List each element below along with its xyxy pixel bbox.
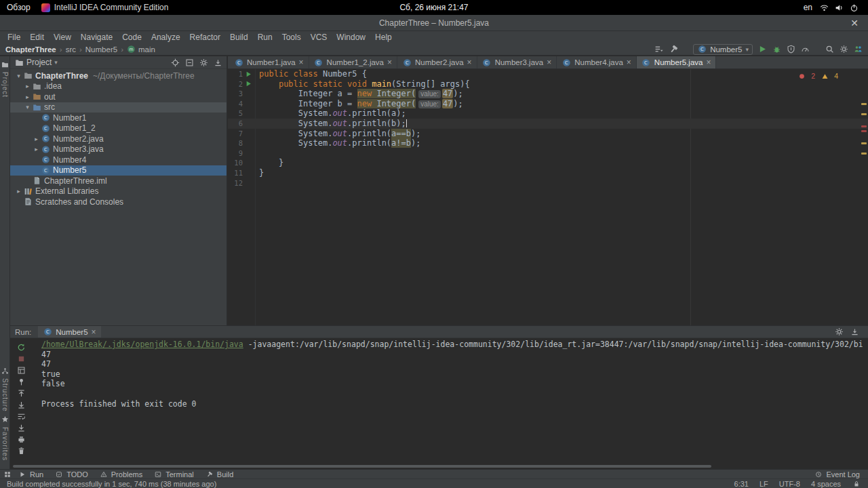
expand-arrow-icon[interactable]: ▸ xyxy=(23,94,32,100)
run-line-icon[interactable] xyxy=(243,81,254,87)
caret-position[interactable]: 6:31 xyxy=(734,480,749,488)
collapse-arrow-icon[interactable]: ▾ xyxy=(23,104,32,110)
status-message[interactable]: Build completed successfully in 1 sec, 7… xyxy=(7,480,216,488)
focused-app-menu[interactable]: IntelliJ IDEA Community Edition xyxy=(41,3,169,12)
settings-icon[interactable] xyxy=(839,45,848,54)
tree-item-src[interactable]: ▾src xyxy=(10,102,226,113)
code-line-3[interactable]: 3 Integer a = new Integer(value:47); xyxy=(228,89,868,99)
tree-item-chapterthree[interactable]: ▾ChapterThree~/Документы/ChapterThree xyxy=(10,70,226,81)
vcs-widget-icon[interactable] xyxy=(654,45,663,54)
code-line-5[interactable]: 5 System.out.println(a); xyxy=(228,108,868,119)
editor-tab-number1-java[interactable]: CNumber1.java× xyxy=(229,56,309,68)
profiler-icon[interactable] xyxy=(800,45,810,54)
settings-icon[interactable] xyxy=(834,327,844,337)
breadcrumb-chapterthree[interactable]: ChapterThree xyxy=(5,45,56,54)
error-stripe-mark[interactable] xyxy=(861,130,867,132)
project-panel-title[interactable]: Project xyxy=(26,58,52,67)
code-editor[interactable]: 1public class Number5 {2 public static v… xyxy=(228,69,868,325)
tree-item-idea[interactable]: ▸.idea xyxy=(10,81,226,92)
lock-icon[interactable] xyxy=(852,479,861,488)
clear-icon[interactable] xyxy=(16,446,26,455)
indent-indicator[interactable]: 4 spaces xyxy=(811,480,841,488)
coverage-icon[interactable] xyxy=(786,45,795,54)
code-line-11[interactable]: 11} xyxy=(228,168,868,178)
window-close-icon[interactable]: ✕ xyxy=(846,15,863,31)
expand-arrow-icon[interactable]: ▸ xyxy=(32,146,41,152)
tree-item-number2-java[interactable]: ▸CNumber2.java xyxy=(10,134,226,144)
tool-strip-label-structure[interactable]: Structure xyxy=(1,378,9,412)
tree-item-number5[interactable]: CNumber5 xyxy=(10,165,226,176)
menu-item-file[interactable]: File xyxy=(3,31,25,43)
volume-icon[interactable] xyxy=(834,3,844,12)
expand-arrow-icon[interactable]: ▸ xyxy=(32,136,41,142)
menu-item-navigate[interactable]: Navigate xyxy=(76,31,117,43)
down-stack-icon[interactable] xyxy=(16,400,26,409)
restore-layout-icon[interactable] xyxy=(16,365,26,375)
tree-item-scratches-and-consoles[interactable]: Scratches and Consoles xyxy=(10,197,226,207)
code-line-8[interactable]: 8 System.out.println(a!=b); xyxy=(228,138,868,148)
warning-stripe-mark[interactable] xyxy=(861,113,867,115)
tool-strip-label-favorites[interactable]: Favorites xyxy=(1,427,9,461)
editor-tab-number3-java[interactable]: CNumber3.java× xyxy=(477,56,557,68)
menu-item-window[interactable]: Window xyxy=(332,31,370,43)
collapse-arrow-icon[interactable]: ▾ xyxy=(14,73,23,79)
collapse-all-icon[interactable] xyxy=(184,58,194,67)
menu-item-edit[interactable]: Edit xyxy=(25,31,49,43)
stop-icon[interactable] xyxy=(16,354,26,363)
menu-item-help[interactable]: Help xyxy=(370,31,397,43)
encoding-indicator[interactable]: UTF-8 xyxy=(779,480,800,488)
tool-window-tab-run[interactable]: Run xyxy=(12,470,49,479)
tree-item-number1-2[interactable]: CNumber1_2 xyxy=(10,123,226,134)
tool-window-tab-terminal[interactable]: Terminal xyxy=(148,470,199,479)
clock[interactable]: Сб, 26 июня 21:47 xyxy=(399,3,468,12)
print-icon[interactable] xyxy=(16,434,26,444)
close-tab-icon[interactable]: × xyxy=(92,327,96,337)
tool-windows-grid-icon[interactable] xyxy=(3,470,12,479)
close-tab-icon[interactable]: × xyxy=(299,58,304,67)
close-tab-icon[interactable]: × xyxy=(387,58,392,67)
keyboard-layout-indicator[interactable]: en xyxy=(804,3,812,12)
line-ending-indicator[interactable]: LF xyxy=(760,480,768,488)
run-line-icon[interactable] xyxy=(243,71,254,77)
tool-window-tab-problems[interactable]: Problems xyxy=(94,470,148,479)
breadcrumb-src[interactable]: src xyxy=(66,45,76,54)
menu-item-tools[interactable]: Tools xyxy=(277,31,306,43)
tree-item-out[interactable]: ▸out xyxy=(10,92,226,102)
event-log-button[interactable]: Event Log xyxy=(814,470,865,479)
run-console[interactable]: /home/UlBreak/.jdks/openjdk-16.0.1/bin/j… xyxy=(41,340,863,462)
tree-item-number4[interactable]: CNumber4 xyxy=(10,155,226,165)
locate-icon[interactable] xyxy=(170,58,180,67)
close-tab-icon[interactable]: × xyxy=(706,58,711,67)
warning-stripe-mark[interactable] xyxy=(861,103,867,105)
horizontal-scrollbar[interactable] xyxy=(13,465,711,468)
tree-item-number1[interactable]: CNumber1 xyxy=(10,113,226,123)
debug-icon[interactable] xyxy=(772,45,781,54)
editor-tab-number4-java[interactable]: CNumber4.java× xyxy=(557,56,637,68)
run-panel-tab[interactable]: C Number5 × xyxy=(38,326,100,338)
expand-arrow-icon[interactable]: ▸ xyxy=(14,188,23,195)
menu-item-vcs[interactable]: VCS xyxy=(306,31,332,43)
settings-icon[interactable] xyxy=(199,58,208,67)
tool-strip-label-project[interactable]: Project xyxy=(1,72,9,98)
chevron-down-icon[interactable]: ▾ xyxy=(54,59,58,66)
breadcrumb-number5[interactable]: Number5 xyxy=(85,45,117,54)
wifi-icon[interactable] xyxy=(819,3,829,12)
editor-tab-number2-java[interactable]: CNumber2.java× xyxy=(397,56,477,68)
code-line-1[interactable]: 1public class Number5 { xyxy=(228,69,868,79)
soft-wrap-icon[interactable] xyxy=(16,411,26,421)
menu-item-analyze[interactable]: Analyze xyxy=(146,31,185,43)
code-line-10[interactable]: 10 } xyxy=(228,158,868,168)
menu-item-code[interactable]: Code xyxy=(117,31,146,43)
error-stripe-mark[interactable] xyxy=(861,125,867,127)
expand-arrow-icon[interactable]: ▸ xyxy=(23,83,32,89)
editor-tab-number5-java[interactable]: CNumber5.java× xyxy=(637,56,717,68)
code-with-me-icon[interactable] xyxy=(853,45,863,54)
menu-item-run[interactable]: Run xyxy=(253,31,277,43)
menu-item-refactor[interactable]: Refactor xyxy=(185,31,225,43)
pin-icon[interactable] xyxy=(16,377,26,386)
rerun-icon[interactable] xyxy=(16,342,26,352)
tool-window-tab-build[interactable]: Build xyxy=(199,470,239,479)
build-hammer-icon[interactable] xyxy=(669,45,678,54)
close-tab-icon[interactable]: × xyxy=(627,58,631,67)
run-config-select[interactable]: C Number5 ▾ xyxy=(693,44,753,55)
